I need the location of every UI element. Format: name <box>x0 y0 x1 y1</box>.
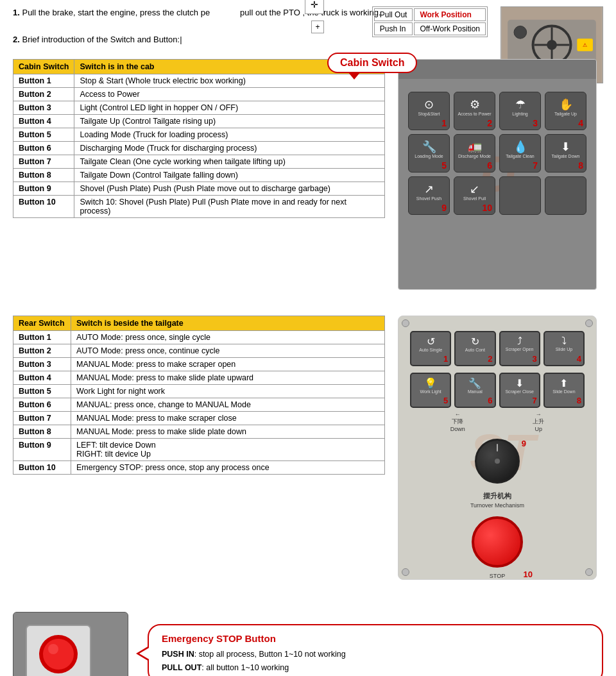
cabin-header-col1: Cabin Switch <box>13 60 74 74</box>
rear-btn-desc-9: LEFT: tilt device Down RIGHT: tilt devic… <box>71 439 385 461</box>
knob-number: 9 <box>522 439 526 448</box>
cabin-btn-label-8: Button 8 <box>13 169 74 182</box>
rear-panel-btn-icon-2: ↻ <box>471 336 479 347</box>
cabin-btn-label-9: Button 9 <box>13 182 74 196</box>
rear-buttons-top-row: ↺ Auto Single 1 ↻ Auto Cont 2 ⤴ Scraper … <box>404 321 591 369</box>
rear-panel-btn-num-4: 4 <box>577 354 581 364</box>
move-icon: ✛ <box>305 0 324 14</box>
cabin-panel-btn-text-7: Tailgate Clean <box>502 154 538 159</box>
rear-btn-label-1: Button 1 <box>13 331 71 344</box>
rear-table-wrapper: Rear Switch Switch is beside the tailgat… <box>13 316 385 580</box>
emergency-num: 10 <box>524 570 533 579</box>
cabin-panel-btn-icon-5: 🔧 <box>422 140 436 153</box>
svg-point-13 <box>43 639 74 670</box>
rear-table-header: Rear Switch Switch is beside the tailgat… <box>13 316 385 331</box>
cabin-panel-btn-num-2: 2 <box>487 118 492 128</box>
divider-4 <box>13 593 603 599</box>
cabin-panel-btn-num-4: 4 <box>578 118 583 128</box>
emergency-btn-container: 10 STOP <box>472 516 523 568</box>
cabin-btn-desc-4: Tailgate Up (Control Tailgate rising up) <box>74 115 385 128</box>
rear-btn-desc-5: Work Light for night work <box>71 385 385 398</box>
cabin-btn-desc-1: Stop & Start (Whole truck electric box w… <box>74 74 385 88</box>
cabin-row-8: Button 8Tailgate Down (Control Tailgate … <box>13 169 385 182</box>
cabin-panel-btn-text-2: Access to Power <box>457 112 492 117</box>
cabin-panel-btn-num-5: 5 <box>441 160 447 171</box>
svg-text:⚠: ⚠ <box>583 42 587 48</box>
cabin-panel-btn-8: ⬇ Tailgate Down 8 <box>545 134 586 173</box>
rear-panel-btn-7: ⬇ Scraper Close 7 <box>499 373 540 408</box>
rear-panel-btn-6: 🔧 Manual 6 <box>454 373 495 408</box>
estop-pull-line: PULL OUT: all button 1~10 working <box>162 661 589 675</box>
cabin-btn-desc-9: Shovel (Push Plate) Push (Push Plate mov… <box>74 182 385 196</box>
cabin-panel-btn-num-1: 1 <box>441 118 447 128</box>
cabin-switch-section: Cabin Switch Switch is in the cab Button… <box>13 59 603 290</box>
pto-label-1: Pull Out <box>374 8 413 21</box>
cabin-btn-label-5: Button 5 <box>13 128 74 142</box>
cabin-panel-btn-text-1: Stop&Start <box>411 112 447 117</box>
estop-text: PUSH IN: stop all process, Button 1~10 n… <box>162 648 589 675</box>
rear-row-1: Button 1AUTO Mode: press once, single cy… <box>13 331 385 344</box>
down-arrow: ← <box>450 411 465 418</box>
rear-btn-label-2: Button 2 <box>13 344 71 358</box>
knob-area: 9 <box>404 432 591 490</box>
plus-icon-small: + <box>311 21 324 33</box>
pto-row-1: Pull Out Work Position <box>374 8 486 21</box>
cabin-panel-btn-6: 🚛 Discharge Mode 6 <box>454 134 495 173</box>
rear-row-10: Button 10Emergency STOP: press once, sto… <box>13 461 385 475</box>
rear-btn-label-3: Button 3 <box>13 358 71 371</box>
cabin-btn-label-3: Button 3 <box>13 101 74 115</box>
rear-row-7: Button 7MANUAL Mode: press to make scrap… <box>13 412 385 425</box>
emergency-stop-btn[interactable] <box>472 516 523 568</box>
cabin-callout-bubble: Cabin Switch <box>327 53 417 73</box>
pto-label-2: Push In <box>374 22 413 35</box>
estop-callout: Emergency STOP Button PUSH IN: stop all … <box>148 624 603 676</box>
rear-panel-btn-2: ↻ Auto Cont 2 <box>454 331 495 366</box>
cabin-panel-btn-icon-4: ✋ <box>559 98 573 111</box>
rear-panel-btn-3: ⤴ Scraper Open 3 <box>499 331 540 366</box>
cabin-btn-label-2: Button 2 <box>13 88 74 101</box>
pto-table-wrapper: Pull Out Work Position Push In Off-Work … <box>372 6 488 37</box>
rear-btn-desc-10: Emergency STOP: press once, stop any pro… <box>71 461 385 475</box>
rear-panel-btn-num-6: 6 <box>488 396 492 405</box>
pull-label: PULL OUT <box>162 663 201 672</box>
turnover-en-label: Turnover Mechanism <box>404 502 591 509</box>
pto-value-1: Work Position <box>414 8 486 21</box>
rear-panel-btn-text-7: Scraper Close <box>502 389 538 394</box>
cabin-panel-btn-num-3: 3 <box>533 118 538 128</box>
cabin-panel-btn-text-6: Discharge Mode <box>457 154 492 159</box>
cabin-row-4: Button 4Tailgate Up (Control Tailgate ri… <box>13 115 385 128</box>
estop-section: Emergency STOP Button PUSH IN: stop all … <box>13 605 603 676</box>
rear-panel-btn-4: ⤵ Slide Up 4 <box>543 331 585 366</box>
rear-panel-btn-1: ↺ Auto Single 1 <box>410 331 451 366</box>
cabin-btn-label-6: Button 6 <box>13 142 74 155</box>
rear-panel-btn-icon-8: ⬆ <box>560 378 568 389</box>
screw-bl <box>402 568 409 576</box>
cabin-row-2: Button 2Access to Power <box>13 88 385 101</box>
cabin-btn-label-4: Button 4 <box>13 115 74 128</box>
rear-panel-btn-text-6: Manual <box>457 389 493 394</box>
cabin-panel-btn-num-8: 8 <box>578 160 583 171</box>
down-label: ← 下降Down <box>450 411 465 432</box>
cabin-panel-btn-num-9: 9 <box>441 203 447 213</box>
rear-panel-btn-num-5: 5 <box>443 396 448 405</box>
rear-panel-btn-text-2: Auto Cont <box>457 348 493 352</box>
down-text: 下降Down <box>450 418 465 432</box>
estop-push-line: PUSH IN: stop all process, Button 1~10 n… <box>162 648 589 661</box>
cabin-btn-desc-8: Tailgate Down (Control Tailgate falling … <box>74 169 385 182</box>
rear-panel-btn-text-4: Slide Up <box>546 347 582 351</box>
cabin-btn-label-10: Button 10 <box>13 196 74 218</box>
cabin-panel-btn-1: ⊙ Stop&Start 1 <box>408 92 450 130</box>
cabin-callout-text: Cabin Switch <box>340 57 404 68</box>
cabin-btn-label-7: Button 7 <box>13 155 74 169</box>
cabin-row-6: Button 6Discharging Mode (Truck for disc… <box>13 142 385 155</box>
rear-panel-btn-num-2: 2 <box>488 354 492 364</box>
cabin-row-9: Button 9Shovel (Push Plate) Push (Push P… <box>13 182 385 196</box>
rear-row-2: Button 2AUTO Mode: press once, continue … <box>13 344 385 358</box>
rear-btn-label-4: Button 4 <box>13 371 71 385</box>
cabin-panel-btn-icon-6: 🚛 <box>468 140 482 153</box>
cabin-btn-desc-2: Access to Power <box>74 88 385 101</box>
cabin-panel-btn-icon-2: ⚙ <box>470 98 480 111</box>
cabin-btn-desc-6: Discharging Mode (Truck for discharging … <box>74 142 385 155</box>
rear-panel-btn-icon-1: ↺ <box>427 336 435 347</box>
push-label: PUSH IN <box>162 650 194 659</box>
